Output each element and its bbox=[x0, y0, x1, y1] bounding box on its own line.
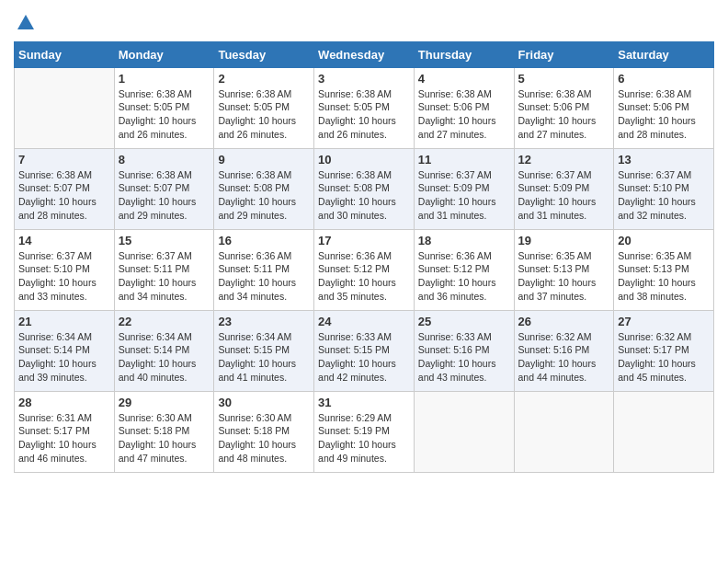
calendar-cell: 2Sunrise: 6:38 AM Sunset: 5:05 PM Daylig… bbox=[214, 67, 314, 148]
calendar-cell: 12Sunrise: 6:37 AM Sunset: 5:09 PM Dayli… bbox=[514, 148, 614, 229]
calendar-cell bbox=[15, 67, 115, 148]
calendar-cell: 29Sunrise: 6:30 AM Sunset: 5:18 PM Dayli… bbox=[114, 391, 214, 472]
calendar-cell: 3Sunrise: 6:38 AM Sunset: 5:05 PM Daylig… bbox=[314, 67, 415, 148]
day-number: 11 bbox=[418, 153, 510, 167]
day-number: 7 bbox=[18, 153, 110, 167]
calendar-cell: 22Sunrise: 6:34 AM Sunset: 5:14 PM Dayli… bbox=[114, 310, 214, 391]
calendar-cell: 25Sunrise: 6:33 AM Sunset: 5:16 PM Dayli… bbox=[414, 310, 514, 391]
calendar-cell: 24Sunrise: 6:33 AM Sunset: 5:15 PM Dayli… bbox=[314, 310, 415, 391]
day-info: Sunrise: 6:38 AM Sunset: 5:06 PM Dayligh… bbox=[518, 87, 610, 142]
calendar-cell: 5Sunrise: 6:38 AM Sunset: 5:06 PM Daylig… bbox=[514, 67, 614, 148]
day-info: Sunrise: 6:33 AM Sunset: 5:16 PM Dayligh… bbox=[418, 330, 510, 385]
day-info: Sunrise: 6:30 AM Sunset: 5:18 PM Dayligh… bbox=[218, 411, 310, 465]
day-number: 2 bbox=[218, 72, 310, 86]
day-info: Sunrise: 6:37 AM Sunset: 5:09 PM Dayligh… bbox=[418, 168, 510, 223]
col-header-sunday: Sunday bbox=[15, 41, 115, 67]
day-number: 28 bbox=[18, 396, 110, 409]
day-info: Sunrise: 6:32 AM Sunset: 5:16 PM Dayligh… bbox=[518, 330, 610, 385]
calendar-cell: 17Sunrise: 6:36 AM Sunset: 5:12 PM Dayli… bbox=[314, 229, 415, 310]
day-info: Sunrise: 6:33 AM Sunset: 5:15 PM Dayligh… bbox=[318, 330, 410, 385]
day-number: 21 bbox=[18, 315, 110, 328]
day-info: Sunrise: 6:37 AM Sunset: 5:11 PM Dayligh… bbox=[119, 249, 210, 304]
day-number: 8 bbox=[119, 153, 210, 167]
day-number: 14 bbox=[18, 234, 110, 247]
calendar-cell: 30Sunrise: 6:30 AM Sunset: 5:18 PM Dayli… bbox=[214, 391, 314, 472]
day-number: 4 bbox=[418, 72, 510, 86]
svg-marker-0 bbox=[17, 15, 34, 29]
day-number: 26 bbox=[518, 315, 610, 328]
day-info: Sunrise: 6:38 AM Sunset: 5:06 PM Dayligh… bbox=[618, 87, 710, 142]
calendar-cell: 8Sunrise: 6:38 AM Sunset: 5:07 PM Daylig… bbox=[114, 148, 214, 229]
calendar-cell: 1Sunrise: 6:38 AM Sunset: 5:05 PM Daylig… bbox=[114, 67, 214, 148]
day-number: 3 bbox=[318, 72, 410, 86]
day-number: 13 bbox=[618, 153, 710, 167]
calendar-cell: 4Sunrise: 6:38 AM Sunset: 5:06 PM Daylig… bbox=[414, 67, 514, 148]
day-number: 20 bbox=[618, 234, 710, 247]
day-number: 30 bbox=[218, 396, 310, 409]
col-header-friday: Friday bbox=[514, 41, 614, 67]
calendar-cell: 16Sunrise: 6:36 AM Sunset: 5:11 PM Dayli… bbox=[214, 229, 314, 310]
day-number: 29 bbox=[119, 396, 210, 409]
week-row-3: 14Sunrise: 6:37 AM Sunset: 5:10 PM Dayli… bbox=[15, 229, 714, 310]
day-number: 22 bbox=[119, 315, 210, 328]
week-row-1: 1Sunrise: 6:38 AM Sunset: 5:05 PM Daylig… bbox=[15, 67, 714, 148]
day-number: 17 bbox=[318, 234, 410, 247]
day-number: 10 bbox=[318, 153, 410, 167]
day-info: Sunrise: 6:38 AM Sunset: 5:08 PM Dayligh… bbox=[218, 168, 310, 223]
calendar-cell bbox=[414, 391, 514, 472]
col-header-tuesday: Tuesday bbox=[214, 41, 314, 67]
day-number: 31 bbox=[318, 396, 410, 409]
calendar-cell bbox=[614, 391, 714, 472]
day-number: 25 bbox=[418, 315, 510, 328]
calendar-cell: 21Sunrise: 6:34 AM Sunset: 5:14 PM Dayli… bbox=[15, 310, 115, 391]
week-row-5: 28Sunrise: 6:31 AM Sunset: 5:17 PM Dayli… bbox=[15, 391, 714, 472]
calendar-cell: 26Sunrise: 6:32 AM Sunset: 5:16 PM Dayli… bbox=[514, 310, 614, 391]
calendar-cell: 11Sunrise: 6:37 AM Sunset: 5:09 PM Dayli… bbox=[414, 148, 514, 229]
day-number: 16 bbox=[218, 234, 310, 247]
calendar-cell: 10Sunrise: 6:38 AM Sunset: 5:08 PM Dayli… bbox=[314, 148, 415, 229]
day-info: Sunrise: 6:35 AM Sunset: 5:13 PM Dayligh… bbox=[618, 249, 710, 304]
page-header bbox=[14, 9, 714, 38]
calendar-cell: 28Sunrise: 6:31 AM Sunset: 5:17 PM Dayli… bbox=[15, 391, 115, 472]
day-number: 1 bbox=[119, 72, 210, 86]
day-info: Sunrise: 6:36 AM Sunset: 5:12 PM Dayligh… bbox=[318, 249, 410, 304]
calendar-cell: 23Sunrise: 6:34 AM Sunset: 5:15 PM Dayli… bbox=[214, 310, 314, 391]
day-number: 27 bbox=[618, 315, 710, 328]
day-info: Sunrise: 6:38 AM Sunset: 5:08 PM Dayligh… bbox=[318, 168, 410, 223]
day-info: Sunrise: 6:34 AM Sunset: 5:14 PM Dayligh… bbox=[18, 330, 110, 385]
day-info: Sunrise: 6:38 AM Sunset: 5:05 PM Dayligh… bbox=[218, 87, 310, 142]
day-info: Sunrise: 6:34 AM Sunset: 5:14 PM Dayligh… bbox=[119, 330, 210, 385]
calendar-cell bbox=[514, 391, 614, 472]
day-number: 18 bbox=[418, 234, 510, 247]
logo-icon bbox=[16, 13, 36, 33]
day-number: 19 bbox=[518, 234, 610, 247]
day-info: Sunrise: 6:29 AM Sunset: 5:19 PM Dayligh… bbox=[318, 411, 410, 465]
day-number: 6 bbox=[618, 72, 710, 86]
logo bbox=[14, 15, 36, 38]
day-info: Sunrise: 6:37 AM Sunset: 5:10 PM Dayligh… bbox=[18, 249, 110, 304]
day-info: Sunrise: 6:38 AM Sunset: 5:07 PM Dayligh… bbox=[119, 168, 210, 223]
day-info: Sunrise: 6:38 AM Sunset: 5:06 PM Dayligh… bbox=[418, 87, 510, 142]
col-header-monday: Monday bbox=[114, 41, 214, 67]
day-info: Sunrise: 6:36 AM Sunset: 5:12 PM Dayligh… bbox=[418, 249, 510, 304]
day-info: Sunrise: 6:38 AM Sunset: 5:07 PM Dayligh… bbox=[18, 168, 110, 223]
day-number: 12 bbox=[518, 153, 610, 167]
day-number: 24 bbox=[318, 315, 410, 328]
calendar-cell: 31Sunrise: 6:29 AM Sunset: 5:19 PM Dayli… bbox=[314, 391, 415, 472]
calendar-cell: 27Sunrise: 6:32 AM Sunset: 5:17 PM Dayli… bbox=[614, 310, 714, 391]
calendar-cell: 20Sunrise: 6:35 AM Sunset: 5:13 PM Dayli… bbox=[614, 229, 714, 310]
calendar-cell: 15Sunrise: 6:37 AM Sunset: 5:11 PM Dayli… bbox=[114, 229, 214, 310]
week-row-2: 7Sunrise: 6:38 AM Sunset: 5:07 PM Daylig… bbox=[15, 148, 714, 229]
calendar-cell: 6Sunrise: 6:38 AM Sunset: 5:06 PM Daylig… bbox=[614, 67, 714, 148]
calendar-cell: 19Sunrise: 6:35 AM Sunset: 5:13 PM Dayli… bbox=[514, 229, 614, 310]
header-row: SundayMondayTuesdayWednesdayThursdayFrid… bbox=[15, 41, 714, 67]
day-info: Sunrise: 6:35 AM Sunset: 5:13 PM Dayligh… bbox=[518, 249, 610, 304]
col-header-thursday: Thursday bbox=[414, 41, 514, 67]
day-info: Sunrise: 6:38 AM Sunset: 5:05 PM Dayligh… bbox=[119, 87, 210, 142]
calendar-table: SundayMondayTuesdayWednesdayThursdayFrid… bbox=[14, 41, 714, 473]
day-number: 23 bbox=[218, 315, 310, 328]
calendar-cell: 9Sunrise: 6:38 AM Sunset: 5:08 PM Daylig… bbox=[214, 148, 314, 229]
calendar-cell: 7Sunrise: 6:38 AM Sunset: 5:07 PM Daylig… bbox=[15, 148, 115, 229]
calendar-cell: 14Sunrise: 6:37 AM Sunset: 5:10 PM Dayli… bbox=[15, 229, 115, 310]
day-number: 15 bbox=[119, 234, 210, 247]
